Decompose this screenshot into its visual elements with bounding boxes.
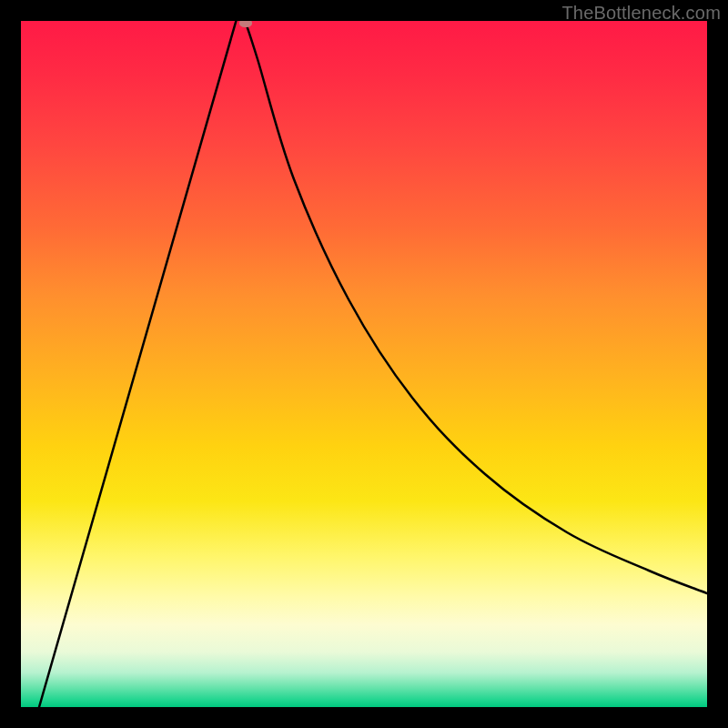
chart-frame bbox=[21, 21, 707, 707]
chart-background-gradient bbox=[21, 21, 707, 707]
optimal-point-marker bbox=[239, 21, 252, 27]
